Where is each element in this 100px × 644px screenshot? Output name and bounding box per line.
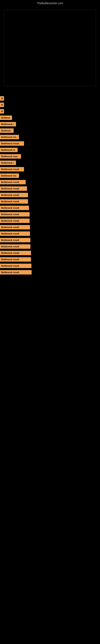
result-label: Bottleneck result (1, 232, 19, 235)
result-bar: Bottleneck result (0, 257, 31, 262)
result-row: Bottleneck result (0, 257, 100, 262)
result-row: Bottleneck result (0, 225, 100, 230)
result-label: Bottleneck result (1, 252, 19, 254)
result-row: Bottleneck result (0, 238, 100, 242)
result-bar: Bottlene (0, 116, 12, 120)
result-label: Bottleneck result (1, 187, 19, 190)
result-label: B (1, 110, 3, 112)
result-label: Bottleneck result (1, 181, 19, 183)
result-bar: Bottleneck result (0, 167, 24, 172)
chart-area (0, 6, 100, 90)
result-label: Bottleneck resu (1, 155, 18, 158)
result-bar: Bottleneck result (0, 141, 24, 146)
result-bar: Bottleneck resu (0, 154, 21, 158)
result-bar: Bottleneck re (0, 148, 18, 152)
result-bar: Bottleneck result (0, 212, 30, 216)
result-row: B (0, 109, 100, 114)
chart-inner (4, 10, 96, 86)
result-row: Bottleneck result (0, 206, 100, 210)
result-row: Bottleneck result (0, 193, 100, 197)
result-label: Bottlenec (1, 130, 11, 132)
result-label: Bottleneck result (1, 220, 19, 222)
result-bar: Bottleneck result (0, 244, 30, 249)
result-row: Bottleneck result (0, 218, 100, 223)
result-bar: Bottleneck result (0, 232, 30, 236)
result-label: Bottleneck result (1, 239, 19, 241)
result-bar: Bottleneck result (0, 180, 26, 184)
result-label: Bottleneck result (1, 207, 19, 209)
result-label: Bottleneck re (1, 149, 15, 151)
result-row: Bottleneck r (0, 160, 100, 165)
result-label: Bottleneck result (1, 168, 19, 170)
result-row: Bottleneck result (0, 270, 100, 274)
result-bar: B (0, 109, 4, 114)
result-row: Bottleneck r (0, 122, 100, 126)
result-label: B (1, 97, 3, 100)
result-bar: B (0, 103, 4, 107)
result-row: Bottleneck result (0, 244, 100, 249)
result-row: Bottleneck re (0, 148, 100, 152)
result-label: Bottleneck result (1, 245, 19, 248)
result-bar: B (0, 96, 4, 100)
result-row: B (0, 96, 100, 100)
result-row: Bottleneck result (0, 141, 100, 146)
result-row: Bottlenec (0, 128, 100, 133)
result-row: Bottleneck result (0, 167, 100, 172)
result-bar: Bottleneck result (0, 225, 30, 230)
result-row: Bottleneck resu (0, 154, 100, 158)
result-bar: Bottleneck result (0, 264, 31, 268)
result-label: Bottleneck res (1, 174, 16, 177)
result-bar: Bottleneck r (0, 160, 16, 165)
site-title: TheBottlenecker.com (0, 0, 100, 6)
result-label: Bottleneck result (1, 142, 19, 145)
result-label: Bottleneck r (1, 162, 14, 164)
result-row: Bottlene (0, 116, 100, 120)
result-label: Bottleneck result (1, 226, 19, 228)
result-bar: Bottleneck result (0, 193, 28, 197)
result-label: B (1, 104, 3, 106)
result-row: Bottleneck res (0, 174, 100, 178)
result-bar: Bottleneck res (0, 135, 19, 139)
result-row: Bottleneck result (0, 199, 100, 204)
result-bar: Bottleneck result (0, 199, 28, 204)
result-row: Bottleneck result (0, 186, 100, 191)
result-label: Bottleneck res (1, 136, 16, 138)
result-label: Bottleneck result (1, 200, 19, 203)
result-label: Bottleneck result (1, 265, 19, 267)
result-bar: Bottleneck result (0, 238, 30, 242)
result-label: Bottleneck r (1, 123, 14, 126)
result-bar: Bottleneck result (0, 206, 29, 210)
result-row: Bottleneck result (0, 232, 100, 236)
result-row: Bottleneck result (0, 251, 100, 255)
result-row: Bottleneck result (0, 264, 100, 268)
result-bar: Bottleneck result (0, 270, 32, 274)
result-bar: Bottleneck res (0, 174, 19, 178)
results-section: BBBBottleneBottleneck rBottlenecBottlene… (0, 94, 100, 278)
result-label: Bottleneck result (1, 258, 19, 260)
result-bar: Bottleneck r (0, 122, 16, 126)
result-bar: Bottleneck result (0, 251, 31, 255)
result-bar: Bottlenec (0, 128, 14, 133)
result-row: Bottleneck res (0, 135, 100, 139)
result-bar: Bottleneck result (0, 218, 30, 223)
result-row: B (0, 103, 100, 107)
result-row: Bottleneck result (0, 180, 100, 184)
result-label: Bottleneck result (1, 194, 19, 196)
result-row: Bottleneck result (0, 212, 100, 216)
result-label: Bottleneck result (1, 271, 19, 274)
result-bar: Bottleneck result (0, 186, 27, 191)
result-label: Bottleneck result (1, 213, 19, 216)
result-label: Bottlene (1, 116, 10, 119)
